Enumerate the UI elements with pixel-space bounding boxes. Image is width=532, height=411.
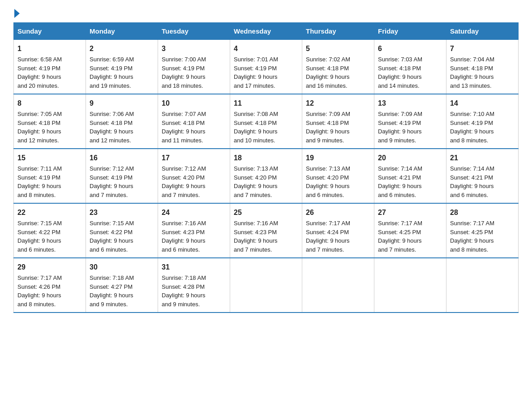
header-friday: Friday [374, 23, 446, 40]
day-number: 29 [17, 262, 82, 273]
calendar-cell: 28Sunrise: 7:17 AMSunset: 4:25 PMDayligh… [446, 203, 519, 258]
day-sunrise: Sunrise: 7:15 AMSunset: 4:22 PMDaylight:… [17, 220, 62, 253]
day-number: 5 [306, 43, 370, 54]
calendar-cell: 5Sunrise: 7:02 AMSunset: 4:18 PMDaylight… [302, 40, 374, 94]
calendar-cell: 18Sunrise: 7:13 AMSunset: 4:20 PMDayligh… [230, 149, 302, 203]
day-number: 12 [306, 98, 370, 109]
day-sunrise: Sunrise: 7:17 AMSunset: 4:25 PMDaylight:… [378, 220, 422, 253]
day-sunrise: Sunrise: 6:59 AMSunset: 4:19 PMDaylight:… [90, 56, 134, 89]
calendar-cell [446, 258, 519, 313]
day-sunrise: Sunrise: 7:16 AMSunset: 4:23 PMDaylight:… [162, 220, 206, 253]
calendar-cell: 8Sunrise: 7:05 AMSunset: 4:18 PMDaylight… [14, 94, 86, 149]
calendar-week-row: 22Sunrise: 7:15 AMSunset: 4:22 PMDayligh… [14, 203, 519, 258]
day-sunrise: Sunrise: 7:08 AMSunset: 4:18 PMDaylight:… [234, 111, 278, 144]
day-sunrise: Sunrise: 7:04 AMSunset: 4:18 PMDaylight:… [450, 56, 494, 89]
day-number: 1 [17, 43, 82, 54]
day-number: 6 [378, 43, 442, 54]
day-number: 3 [162, 43, 226, 54]
day-number: 15 [17, 153, 82, 163]
calendar-cell: 17Sunrise: 7:12 AMSunset: 4:20 PMDayligh… [158, 149, 230, 203]
calendar-cell: 26Sunrise: 7:17 AMSunset: 4:24 PMDayligh… [302, 203, 374, 258]
calendar-cell: 23Sunrise: 7:15 AMSunset: 4:22 PMDayligh… [86, 203, 158, 258]
day-number: 4 [234, 43, 298, 54]
calendar-cell [302, 258, 374, 313]
calendar-cell [230, 258, 302, 313]
day-number: 7 [450, 43, 515, 54]
day-number: 24 [162, 207, 226, 218]
day-sunrise: Sunrise: 7:05 AMSunset: 4:18 PMDaylight:… [17, 111, 62, 144]
header-tuesday: Tuesday [158, 23, 230, 40]
calendar-cell: 20Sunrise: 7:14 AMSunset: 4:21 PMDayligh… [374, 149, 446, 203]
day-number: 22 [17, 207, 82, 218]
day-number: 17 [162, 153, 226, 163]
day-number: 14 [450, 98, 515, 109]
calendar-week-row: 1Sunrise: 6:58 AMSunset: 4:19 PMDaylight… [14, 40, 519, 94]
day-number: 28 [450, 207, 515, 218]
day-number: 26 [306, 207, 370, 218]
calendar-cell: 3Sunrise: 7:00 AMSunset: 4:19 PMDaylight… [158, 40, 230, 94]
day-number: 2 [90, 43, 154, 54]
header-sunday: Sunday [14, 23, 86, 40]
day-sunrise: Sunrise: 7:07 AMSunset: 4:18 PMDaylight:… [162, 111, 206, 144]
calendar-cell [374, 258, 446, 313]
calendar-cell: 4Sunrise: 7:01 AMSunset: 4:19 PMDaylight… [230, 40, 302, 94]
calendar-cell: 25Sunrise: 7:16 AMSunset: 4:23 PMDayligh… [230, 203, 302, 258]
calendar-cell: 6Sunrise: 7:03 AMSunset: 4:18 PMDaylight… [374, 40, 446, 94]
calendar-cell: 16Sunrise: 7:12 AMSunset: 4:19 PMDayligh… [86, 149, 158, 203]
calendar-header-row: SundayMondayTuesdayWednesdayThursdayFrid… [14, 23, 519, 40]
day-sunrise: Sunrise: 6:58 AMSunset: 4:19 PMDaylight:… [17, 56, 62, 89]
calendar-cell: 15Sunrise: 7:11 AMSunset: 4:19 PMDayligh… [14, 149, 86, 203]
calendar-cell: 27Sunrise: 7:17 AMSunset: 4:25 PMDayligh… [374, 203, 446, 258]
calendar-cell: 29Sunrise: 7:17 AMSunset: 4:26 PMDayligh… [14, 258, 86, 313]
day-number: 19 [306, 153, 370, 163]
day-sunrise: Sunrise: 7:13 AMSunset: 4:20 PMDaylight:… [234, 165, 278, 198]
day-number: 23 [90, 207, 154, 218]
day-sunrise: Sunrise: 7:10 AMSunset: 4:19 PMDaylight:… [450, 111, 494, 144]
calendar-cell: 7Sunrise: 7:04 AMSunset: 4:18 PMDaylight… [446, 40, 519, 94]
calendar-cell: 11Sunrise: 7:08 AMSunset: 4:18 PMDayligh… [230, 94, 302, 149]
day-number: 16 [90, 153, 154, 163]
day-sunrise: Sunrise: 7:01 AMSunset: 4:19 PMDaylight:… [234, 56, 278, 89]
day-sunrise: Sunrise: 7:16 AMSunset: 4:23 PMDaylight:… [234, 220, 278, 253]
day-sunrise: Sunrise: 7:13 AMSunset: 4:20 PMDaylight:… [306, 165, 350, 198]
day-number: 11 [234, 98, 298, 109]
day-number: 31 [162, 262, 226, 273]
calendar-cell: 10Sunrise: 7:07 AMSunset: 4:18 PMDayligh… [158, 94, 230, 149]
header-wednesday: Wednesday [230, 23, 302, 40]
day-sunrise: Sunrise: 7:06 AMSunset: 4:18 PMDaylight:… [90, 111, 134, 144]
day-sunrise: Sunrise: 7:14 AMSunset: 4:21 PMDaylight:… [378, 165, 422, 198]
calendar-cell: 22Sunrise: 7:15 AMSunset: 4:22 PMDayligh… [14, 203, 86, 258]
day-sunrise: Sunrise: 7:15 AMSunset: 4:22 PMDaylight:… [90, 220, 134, 253]
header-thursday: Thursday [302, 23, 374, 40]
day-sunrise: Sunrise: 7:14 AMSunset: 4:21 PMDaylight:… [450, 165, 494, 198]
day-number: 27 [378, 207, 442, 218]
day-sunrise: Sunrise: 7:17 AMSunset: 4:26 PMDaylight:… [17, 274, 62, 308]
calendar-table: SundayMondayTuesdayWednesdayThursdayFrid… [13, 22, 519, 313]
day-sunrise: Sunrise: 7:11 AMSunset: 4:19 PMDaylight:… [17, 165, 62, 198]
day-number: 8 [17, 98, 82, 109]
day-sunrise: Sunrise: 7:17 AMSunset: 4:24 PMDaylight:… [306, 220, 350, 253]
calendar-cell: 13Sunrise: 7:09 AMSunset: 4:19 PMDayligh… [374, 94, 446, 149]
day-sunrise: Sunrise: 7:17 AMSunset: 4:25 PMDaylight:… [450, 220, 494, 253]
logo-arrow-icon [14, 9, 20, 18]
day-sunrise: Sunrise: 7:00 AMSunset: 4:19 PMDaylight:… [162, 56, 206, 89]
calendar-week-row: 8Sunrise: 7:05 AMSunset: 4:18 PMDaylight… [14, 94, 519, 149]
day-sunrise: Sunrise: 7:09 AMSunset: 4:18 PMDaylight:… [306, 111, 350, 144]
day-sunrise: Sunrise: 7:12 AMSunset: 4:19 PMDaylight:… [90, 165, 134, 198]
logo [13, 9, 21, 18]
day-sunrise: Sunrise: 7:09 AMSunset: 4:19 PMDaylight:… [378, 111, 422, 144]
calendar-cell: 31Sunrise: 7:18 AMSunset: 4:28 PMDayligh… [158, 258, 230, 313]
calendar-cell: 14Sunrise: 7:10 AMSunset: 4:19 PMDayligh… [446, 94, 519, 149]
header-monday: Monday [86, 23, 158, 40]
calendar-cell: 19Sunrise: 7:13 AMSunset: 4:20 PMDayligh… [302, 149, 374, 203]
day-number: 21 [450, 153, 515, 163]
page-header [13, 9, 519, 18]
calendar-cell: 12Sunrise: 7:09 AMSunset: 4:18 PMDayligh… [302, 94, 374, 149]
day-number: 30 [90, 262, 154, 273]
day-sunrise: Sunrise: 7:18 AMSunset: 4:28 PMDaylight:… [162, 274, 206, 308]
day-sunrise: Sunrise: 7:02 AMSunset: 4:18 PMDaylight:… [306, 56, 350, 89]
calendar-cell: 1Sunrise: 6:58 AMSunset: 4:19 PMDaylight… [14, 40, 86, 94]
header-saturday: Saturday [446, 23, 519, 40]
day-number: 13 [378, 98, 442, 109]
calendar-cell: 9Sunrise: 7:06 AMSunset: 4:18 PMDaylight… [86, 94, 158, 149]
